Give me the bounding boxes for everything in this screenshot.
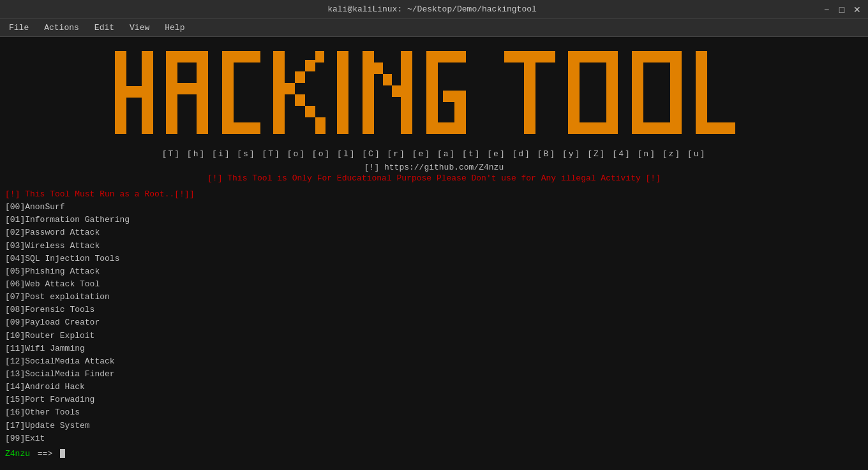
svg-rect-24 — [426, 51, 438, 134]
svg-rect-12 — [295, 71, 305, 83]
svg-rect-31 — [568, 51, 580, 134]
svg-rect-35 — [632, 51, 643, 134]
menu-item-3[interactable]: [03]Wireless Attack — [5, 240, 863, 253]
cursor — [60, 449, 65, 458]
menu-items-container: [00]AnonSurf[01]Information Gathering[02… — [5, 201, 863, 445]
svg-rect-8 — [222, 51, 260, 62]
svg-rect-16 — [305, 106, 315, 117]
menu-item-10[interactable]: [10]Router Exploit — [5, 330, 863, 342]
minimize-button[interactable]: − — [821, 4, 832, 15]
svg-rect-14 — [315, 51, 324, 62]
svg-rect-7 — [222, 51, 234, 134]
menu-list: [!] This Tool Must Run as a Root..[!]] [… — [5, 188, 863, 445]
svg-rect-13 — [305, 60, 315, 71]
svg-rect-2 — [142, 51, 153, 134]
menu-item-14[interactable]: [14]Android Hack — [5, 381, 863, 393]
svg-rect-33 — [580, 122, 606, 134]
title-bar: kali@kaliLinux: ~/Desktop/Demo/hackingto… — [0, 0, 868, 19]
svg-rect-37 — [643, 122, 670, 134]
svg-rect-11 — [285, 83, 295, 94]
github-line: [!] https://github.com/Z4nzu — [5, 163, 863, 172]
svg-rect-36 — [643, 51, 670, 62]
menu-item-18[interactable]: [99]Exit — [5, 432, 863, 445]
svg-rect-30 — [524, 62, 535, 134]
menu-item-2[interactable]: [02]Password Attack — [5, 226, 863, 239]
svg-rect-25 — [426, 51, 466, 62]
terminal: .px { fill: #e08000; } — [0, 37, 868, 470]
prompt-line: Z4nzu ==> — [5, 449, 863, 459]
menu-item-6[interactable]: [06]Web Attack Tool — [5, 278, 863, 291]
maximize-button[interactable]: □ — [836, 4, 848, 15]
warning-line: [!] This Tool is Only For Educational Pu… — [5, 173, 863, 183]
menu-edit[interactable]: Edit — [88, 21, 121, 34]
root-warning-text: [!] This Tool Must Run as a Root..[!]] — [5, 188, 863, 201]
window-controls[interactable]: − □ ✕ — [821, 4, 863, 15]
menu-item-9[interactable]: [09]Payload Creator — [5, 316, 863, 329]
svg-rect-19 — [363, 51, 374, 134]
prompt-arrow: ==> — [33, 449, 57, 459]
menu-item-13[interactable]: [13]SocialMedia Finder — [5, 368, 863, 381]
menu-view[interactable]: View — [123, 21, 156, 34]
svg-rect-9 — [222, 122, 260, 134]
subtitle-line: [T] [h] [i] [s] [T] [o] [o] [l] [C] [r] … — [5, 149, 863, 159]
menu-actions[interactable]: Actions — [38, 21, 86, 34]
svg-rect-4 — [177, 51, 197, 62]
svg-rect-32 — [580, 51, 606, 62]
menu-item-4[interactable]: [04]SQL Injection Tools — [5, 253, 863, 265]
menu-bar: File Actions Edit View Help — [0, 19, 868, 37]
svg-rect-40 — [696, 122, 735, 134]
close-button[interactable]: ✕ — [851, 4, 863, 15]
svg-rect-10 — [273, 51, 285, 134]
hacking-tool-banner: .px { fill: #e08000; } — [108, 45, 760, 147]
menu-item-7[interactable]: [07]Post exploitation — [5, 291, 863, 304]
window-title: kali@kaliLinux: ~/Desktop/Demo/hackingto… — [43, 4, 821, 14]
menu-item-5[interactable]: [05]Phishing Attack — [5, 265, 863, 278]
prompt-username: Z4nzu — [5, 449, 30, 459]
svg-rect-6 — [166, 83, 208, 94]
menu-item-0[interactable]: [00]AnonSurf — [5, 201, 863, 214]
svg-rect-34 — [606, 51, 618, 134]
svg-rect-15 — [295, 94, 305, 106]
menu-item-16[interactable]: [16]Other Tools — [5, 406, 863, 419]
menu-item-17[interactable]: [17]Update System — [5, 420, 863, 432]
menu-help[interactable]: Help — [158, 21, 191, 34]
menu-item-11[interactable]: [11]Wifi Jamming — [5, 342, 863, 355]
svg-rect-39 — [696, 51, 707, 134]
menu-item-15[interactable]: [15]Port Forwading — [5, 393, 863, 406]
menu-item-1[interactable]: [01]Information Gathering — [5, 214, 863, 226]
svg-rect-21 — [383, 74, 392, 85]
banner-container: .px { fill: #e08000; } — [5, 45, 863, 147]
menu-item-8[interactable]: [08]Forensic Tools — [5, 304, 863, 316]
menu-item-12[interactable]: [12]SocialMedia Attack — [5, 355, 863, 368]
svg-rect-18 — [337, 51, 348, 134]
svg-rect-23 — [401, 51, 412, 134]
svg-rect-17 — [315, 117, 326, 134]
menu-file[interactable]: File — [3, 21, 35, 34]
svg-rect-20 — [374, 62, 383, 74]
svg-rect-38 — [670, 51, 682, 134]
svg-rect-22 — [392, 85, 401, 97]
svg-rect-29 — [504, 51, 555, 62]
svg-rect-28 — [443, 91, 466, 102]
